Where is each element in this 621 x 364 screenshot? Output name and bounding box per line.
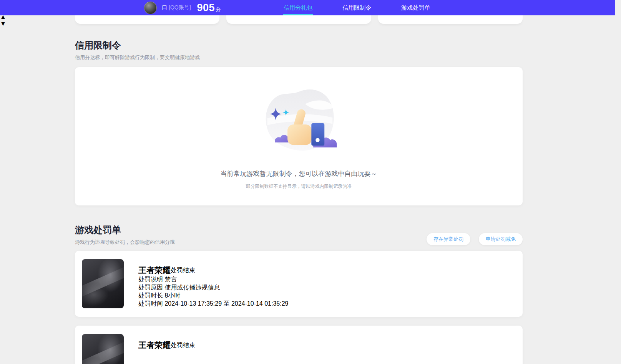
game-thumbnail (82, 334, 124, 364)
empty-state-message: 当前常玩游戏暂无限制令，您可以在游戏中自由玩耍～ (221, 169, 377, 178)
account-nickname: 口 (162, 4, 167, 10)
punishment-actions: 存在异常处罚 申请处罚减免 (427, 233, 523, 245)
restriction-section-header: 信用限制令 信用分达标，即可解除游戏行为限制，要文明健康地游戏 (75, 40, 523, 61)
status-badge: 处罚结束 (171, 341, 195, 349)
punishment-card-body: 王者荣耀 处罚结束 (138, 334, 511, 364)
credit-score-unit: 分 (216, 6, 221, 13)
punishment-fields: 处罚说明 禁言 处罚原因 使用或传播违规信息 处罚时长 8小时 处罚时间 (138, 276, 511, 308)
field-punish-reason: 处罚原因 使用或传播违规信息 (138, 284, 511, 292)
status-badge: 处罚结束 (171, 266, 195, 275)
game-thumbnail (82, 259, 124, 308)
punishment-card-body: 王者荣耀 处罚结束 处罚说明 禁言 处罚原因 使用或传播违规信息 (138, 259, 511, 308)
top-navbar: 口[QQ账号] 905 分 信用分礼包 信用限制令 游戏处罚单 (0, 0, 615, 15)
field-punish-description: 处罚说明 禁言 (138, 276, 511, 284)
gift-card-partial (226, 15, 371, 24)
page: 口[QQ账号] 905 分 信用分礼包 信用限制令 游戏处罚单 信用限制令 信用… (0, 0, 621, 364)
empty-state-note: 部分限制数据不支持显示，请以游戏内限制记录为准 (246, 183, 352, 190)
punishment-relief-button[interactable]: 申请处罚减免 (479, 233, 523, 245)
restriction-section: 信用限制令 信用分达标，即可解除游戏行为限制，要文明健康地游戏 (75, 40, 523, 205)
abnormal-punishment-button[interactable]: 存在异常处罚 (427, 233, 470, 245)
punishment-section: 游戏处罚单 游戏行为违规导致处罚，会影响您的信用分哦 存在异常处罚 申请处罚减免… (75, 225, 523, 364)
restriction-section-subtitle: 信用分达标，即可解除游戏行为限制，要文明健康地游戏 (75, 54, 523, 61)
credit-score-value: 905 (197, 2, 215, 14)
restriction-empty-card: 当前常玩游戏暂无限制令，您可以在游戏中自由玩耍～ 部分限制数据不支持显示，请以游… (75, 67, 523, 205)
gift-cards-partial-row (75, 15, 523, 24)
avatar[interactable] (144, 2, 157, 14)
thumbs-up-illustration (259, 86, 339, 158)
field-punish-duration: 处罚时长 8小时 (138, 292, 511, 300)
restriction-section-title: 信用限制令 (75, 40, 523, 51)
main-content: 信用限制令 信用分达标，即可解除游戏行为限制，要文明健康地游戏 (75, 15, 523, 364)
punishment-card: 王者荣耀 处罚结束 (75, 326, 523, 364)
punishment-section-title: 游戏处罚单 (75, 225, 175, 235)
account-type-label: [QQ账号] (169, 4, 191, 10)
game-title: 王者荣耀 (138, 340, 171, 351)
credit-score: 905 分 (197, 2, 221, 14)
punishment-card: 王者荣耀 处罚结束 处罚说明 禁言 处罚原因 使用或传播违规信息 (75, 251, 523, 317)
punishment-section-subtitle: 游戏行为违规导致处罚，会影响您的信用分哦 (75, 239, 175, 246)
user-info[interactable]: 口[QQ账号] 905 分 (144, 2, 221, 14)
account-info: 口[QQ账号] (162, 4, 191, 11)
gift-card-partial (378, 15, 523, 24)
punishment-section-header: 游戏处罚单 游戏行为违规导致处罚，会影响您的信用分哦 存在异常处罚 申请处罚减免 (75, 225, 523, 246)
nav-tabs: 信用分礼包 信用限制令 游戏处罚单 (269, 0, 445, 15)
gift-card-partial (75, 15, 219, 24)
tab-credit-restriction[interactable]: 信用限制令 (342, 0, 372, 15)
field-punish-time: 处罚时间 2024-10-13 17:35:29 至 2024-10-14 01… (138, 300, 511, 308)
tab-credit-gift[interactable]: 信用分礼包 (283, 0, 313, 15)
tab-game-punishment[interactable]: 游戏处罚单 (400, 0, 431, 15)
game-title: 王者荣耀 (138, 265, 171, 276)
